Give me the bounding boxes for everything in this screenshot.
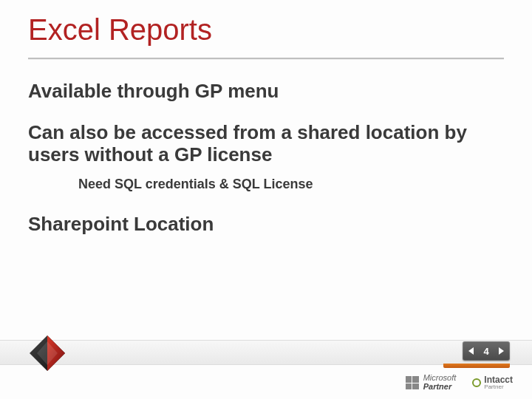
- bullet-1: Available through GP menu: [28, 80, 504, 103]
- prev-arrow-icon[interactable]: [468, 347, 474, 355]
- bullet-2-sub: Need SQL credentials & SQL License: [78, 177, 504, 192]
- ms-line2: Partner: [423, 383, 457, 392]
- next-arrow-icon[interactable]: [499, 347, 504, 355]
- slide-title: Excel Reports: [28, 13, 212, 47]
- diamond-icon: [28, 334, 66, 372]
- pager-accent-bar: [443, 364, 510, 368]
- bullet-3: Sharepoint Location: [28, 213, 504, 236]
- intacct-icon: [472, 378, 481, 387]
- footer-band: [0, 340, 532, 365]
- slide: Excel Reports Available through GP menu …: [0, 0, 532, 399]
- microsoft-icon: [406, 376, 419, 389]
- slide-body: Available through GP menu Can also be ac…: [28, 80, 504, 236]
- title-divider: [28, 58, 504, 59]
- footer-logos: Microsoft Partner Intacct Partner: [0, 369, 532, 399]
- pager: 4: [463, 341, 510, 361]
- page-number: 4: [481, 346, 491, 357]
- intacct-tag: Partner: [484, 384, 513, 390]
- bullet-2: Can also be accessed from a shared locat…: [28, 122, 504, 166]
- microsoft-partner-logo: Microsoft Partner: [406, 374, 457, 391]
- intacct-partner-logo: Intacct Partner: [472, 375, 513, 390]
- microsoft-partner-text: Microsoft Partner: [423, 374, 457, 391]
- company-logo-badge: [28, 334, 66, 372]
